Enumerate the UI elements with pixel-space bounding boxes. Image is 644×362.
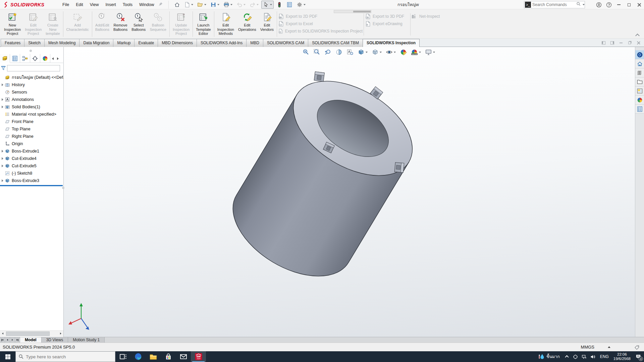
tree-root-item[interactable]: กรอบใหญ่w (Default) <<Default>_Displ: [0, 74, 63, 81]
tray-volume-button[interactable]: [589, 351, 597, 362]
section-view-button[interactable]: [334, 48, 344, 56]
qat-file-properties-button[interactable]: [285, 1, 294, 8]
qat-rebuild-button[interactable]: [275, 1, 284, 8]
taskpane-custom-properties-button[interactable]: [635, 105, 644, 114]
edit-appearance-button[interactable]: [398, 48, 408, 56]
taskpane-design-library-button[interactable]: [635, 68, 644, 77]
show-hidden-icons-button[interactable]: [562, 351, 571, 362]
ribbon-new-inspection-project-button[interactable]: NewInspectionProject: [2, 11, 23, 36]
taskbar-search-input[interactable]: [24, 354, 115, 360]
taskbar-mail-button[interactable]: [176, 351, 191, 362]
close-button[interactable]: [634, 0, 644, 9]
ribbon-net-inspect-button[interactable]: Net-Inspect: [412, 13, 448, 20]
panel-tabs-scroll-left[interactable]: [50, 54, 55, 63]
taskpane-view-palette-button[interactable]: [635, 86, 644, 96]
qat-home-button[interactable]: [173, 1, 181, 8]
tree-item-sensors[interactable]: Sensors: [0, 88, 63, 96]
doc-restore-button[interactable]: [625, 39, 634, 47]
qat-save-doc-button[interactable]: [209, 1, 221, 8]
panel-tabs-scroll-right[interactable]: [55, 54, 60, 63]
part-model[interactable]: [216, 54, 434, 296]
tree-item-cut-extrude5[interactable]: Cut-Extrude5: [0, 162, 63, 170]
ribbon-export-to-solidworks-inspection-project-button[interactable]: Export to SOLIDWORKS Inspection Project: [278, 27, 363, 35]
search-icon[interactable]: [576, 2, 581, 8]
dock-pane-left-button[interactable]: [599, 39, 608, 47]
model-tab-motion-study-1[interactable]: Motion Study 1: [68, 337, 105, 343]
menu-tools[interactable]: Tools: [119, 1, 136, 9]
zoom-fit-button[interactable]: [301, 48, 311, 56]
login-button[interactable]: [594, 0, 604, 9]
menu-window[interactable]: Window: [136, 1, 157, 9]
search-commands-input[interactable]: [531, 2, 576, 7]
tree-horizontal-scrollbar[interactable]: [0, 330, 63, 336]
last-tab-button[interactable]: [15, 337, 20, 343]
pin-icon[interactable]: [158, 2, 163, 8]
next-tab-button[interactable]: [10, 337, 15, 343]
collapse-ribbon-button[interactable]: [635, 34, 639, 36]
zoom-area-button[interactable]: [312, 48, 322, 56]
tab-mbd[interactable]: MBD: [246, 39, 263, 47]
search-dropdown-caret[interactable]: [583, 4, 585, 5]
model-tab-model[interactable]: Model: [20, 337, 42, 343]
clip-lug[interactable]: [394, 163, 404, 173]
ribbon-edit-vendors-button[interactable]: EditVendors: [258, 11, 276, 32]
doc-minimize-button[interactable]: [616, 39, 625, 47]
tag-icon[interactable]: [634, 345, 640, 350]
qat-redo-button[interactable]: [248, 1, 260, 8]
tab-solidworks-add-ins[interactable]: SOLIDWORKS Add-Ins: [197, 39, 247, 47]
dock-pane-right-button[interactable]: [608, 39, 616, 47]
tab-solidworks-cam[interactable]: SOLIDWORKS CAM: [263, 39, 308, 47]
action-center-button[interactable]: 4: [633, 351, 644, 362]
tree-item-history[interactable]: History: [0, 81, 63, 88]
tab-solidworks-inspection[interactable]: SOLIDWORKS Inspection: [363, 39, 420, 47]
tab-features[interactable]: Features: [1, 39, 24, 47]
ribbon-edit-operations-button[interactable]: EditOperations: [236, 11, 258, 32]
tree-splitter-grip[interactable]: [62, 187, 64, 189]
tab-mesh-modeling[interactable]: Mesh Modeling: [44, 39, 79, 47]
previous-view-button[interactable]: [323, 48, 333, 56]
display-style-button[interactable]: [370, 48, 383, 56]
restore-button[interactable]: [624, 0, 634, 9]
ribbon-export-to-excel-button[interactable]: Export to Excel: [278, 20, 363, 27]
tab-data-migration[interactable]: Data Migration: [79, 39, 113, 47]
taskbar-store-button[interactable]: [161, 351, 176, 362]
taskbar-file-explorer-button[interactable]: [146, 351, 161, 362]
apply-scene-button[interactable]: [410, 48, 422, 56]
tab-evaluate[interactable]: Evaluate: [134, 39, 158, 47]
tree-item--sketch8[interactable]: (-) Sketch8: [0, 170, 63, 177]
taskbar-clock[interactable]: 22:06 19/6/2568: [611, 352, 633, 361]
panel-tab-part[interactable]: [0, 54, 10, 63]
ribbon-addedit-balloons-button[interactable]: Add/EditBalloons: [93, 11, 111, 32]
ribbon-balloon-sequence-button[interactable]: BalloonSequence: [148, 11, 168, 32]
scroll-thumb[interactable]: [6, 331, 50, 336]
tree-item-boss-extrude3[interactable]: Boss-Extrude3: [0, 177, 63, 184]
ribbon-launch-template-editor-button[interactable]: LaunchTemplateEditor: [194, 11, 213, 36]
taskbar-solidworks-button[interactable]: SW2024: [191, 351, 206, 362]
tree-item-solid-bodies-1-[interactable]: Solid Bodies(1): [0, 103, 63, 111]
ribbon-add-characteristic-button[interactable]: AddCharacteristic: [64, 11, 91, 32]
view-settings-button[interactable]: [424, 48, 436, 56]
ribbon-edit-inspection-methods-button[interactable]: EditInspectionMethods: [215, 11, 236, 36]
first-tab-button[interactable]: [0, 337, 5, 343]
taskbar-search-box[interactable]: [15, 351, 115, 362]
taskpane-threedexperience-button[interactable]: [635, 50, 644, 59]
panel-splitter-grip[interactable]: [30, 50, 32, 52]
tab-markup[interactable]: Markup: [113, 39, 135, 47]
hide-show-items-button[interactable]: [384, 48, 397, 56]
tree-item-material-not-specified-[interactable]: Material <not specified>: [0, 111, 63, 118]
ribbon-update-inspection-project-button[interactable]: UpdateInspectionProject: [171, 11, 192, 36]
ribbon-export-edrawing-button[interactable]: Export eDrawing: [365, 20, 409, 27]
qat-undo-button[interactable]: [235, 1, 247, 8]
part-model-canvas[interactable]: [64, 47, 635, 337]
tab-sketch[interactable]: Sketch: [24, 39, 45, 47]
ribbon-export-to-2d-pdf-button[interactable]: Export to 2D PDF: [278, 13, 363, 20]
taskbar-task-view-button[interactable]: [115, 351, 130, 362]
minimize-button[interactable]: [614, 0, 624, 9]
panel-tab-dimxpert[interactable]: [30, 54, 40, 63]
menu-file[interactable]: File: [59, 1, 72, 9]
ribbon-scrollbar[interactable]: [334, 10, 371, 13]
clip-lug[interactable]: [314, 72, 324, 81]
annotation-visibility-button[interactable]: [345, 48, 355, 56]
model-tab-3d-views[interactable]: 3D Views: [42, 337, 68, 343]
ribbon-export-to-3d-pdf-button[interactable]: Export to 3D PDF: [365, 13, 409, 20]
